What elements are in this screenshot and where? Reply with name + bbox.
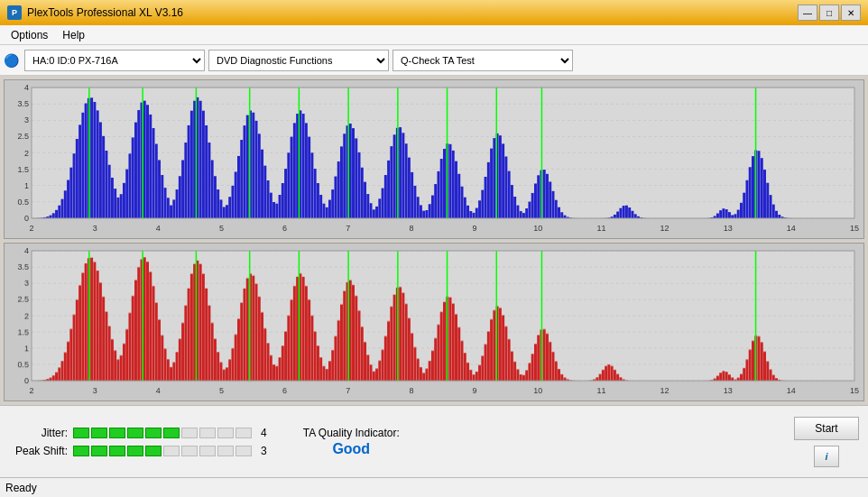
peak-shift-label: Peak Shift: [9, 445, 68, 457]
progress-segment [163, 446, 180, 456]
metrics-section: Jitter: 4 Peak Shift: 3 [9, 427, 267, 457]
progress-segment [199, 428, 216, 438]
progress-segment [199, 446, 216, 456]
menu-bar: Options Help [0, 25, 868, 45]
title-buttons: — □ ✕ [798, 5, 861, 21]
progress-segment [235, 428, 252, 438]
drive-icon: 🔵 [4, 53, 19, 68]
progress-segment [163, 428, 180, 438]
progress-segment [91, 446, 107, 456]
jitter-progress [73, 428, 252, 438]
bottom-panel: Jitter: 4 Peak Shift: 3 TA Quality Indic… [0, 405, 868, 477]
start-button[interactable]: Start [794, 417, 859, 440]
toolbar: 🔵 HA:0 ID:0 PX-716A DVD Diagnostic Funct… [0, 45, 868, 76]
close-button[interactable]: ✕ [841, 5, 861, 21]
peak-shift-row: Peak Shift: 3 [9, 445, 267, 457]
ta-quality-label: TA Quality Indicator: [303, 427, 400, 439]
bottom-chart [4, 243, 864, 402]
progress-segment [109, 446, 125, 456]
progress-segment [235, 446, 252, 456]
peak-shift-progress [73, 446, 252, 456]
function-selector[interactable]: DVD Diagnostic Functions [208, 50, 389, 71]
app-icon: P [7, 5, 22, 20]
menu-options[interactable]: Options [4, 27, 55, 43]
test-selector[interactable]: Q-Check TA Test [392, 50, 573, 71]
ta-section: TA Quality Indicator: Good [303, 427, 400, 457]
title-bar-left: P PlexTools Professional XL V3.16 [7, 5, 183, 20]
progress-segment [127, 428, 143, 438]
peak-shift-value: 3 [261, 445, 267, 457]
jitter-value: 4 [261, 427, 267, 439]
info-button[interactable]: i [814, 446, 839, 467]
progress-segment [217, 428, 234, 438]
main-content [0, 76, 868, 405]
progress-segment [181, 446, 198, 456]
menu-help[interactable]: Help [55, 27, 92, 43]
ta-quality-value: Good [332, 441, 370, 457]
status-text: Ready [5, 482, 37, 494]
progress-segment [145, 446, 162, 456]
minimize-button[interactable]: — [798, 5, 817, 21]
title-bar: P PlexTools Professional XL V3.16 — □ ✕ [0, 0, 868, 25]
top-chart-canvas [5, 80, 863, 238]
status-bar: Ready [0, 477, 868, 497]
progress-segment [73, 446, 89, 456]
progress-segment [127, 446, 143, 456]
top-chart [4, 79, 864, 239]
progress-segment [91, 428, 107, 438]
progress-segment [73, 428, 89, 438]
jitter-row: Jitter: 4 [9, 427, 267, 439]
jitter-label: Jitter: [9, 427, 68, 439]
title-text: PlexTools Professional XL V3.16 [27, 6, 183, 19]
drive-selector[interactable]: HA:0 ID:0 PX-716A [24, 50, 205, 71]
maximize-button[interactable]: □ [819, 5, 839, 21]
bottom-chart-canvas [5, 244, 863, 401]
progress-segment [217, 446, 234, 456]
progress-segment [109, 428, 125, 438]
progress-segment [145, 428, 162, 438]
start-section: Start i [794, 417, 859, 467]
progress-segment [181, 428, 198, 438]
